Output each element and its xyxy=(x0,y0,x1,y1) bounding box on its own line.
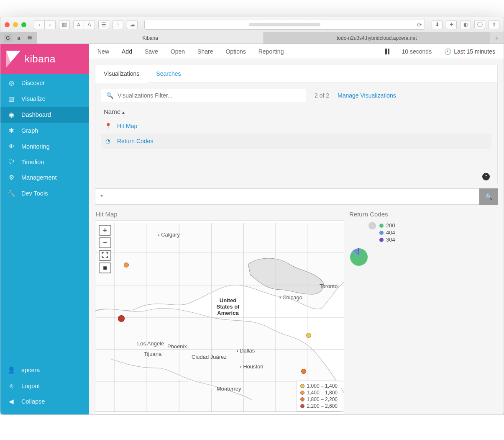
filter-count-label: 2 of 2 xyxy=(315,92,329,99)
map-zoom-in-button[interactable]: + xyxy=(99,225,111,236)
sidebar-item-label: Logout xyxy=(21,383,40,389)
browser-tab-todo[interactable]: todo-n2u3s4.hybridcloud.apcera.net xyxy=(264,32,491,44)
sidebar-item-discover[interactable]: ◎Discover xyxy=(0,75,89,91)
sidebar-item-label: Timelion xyxy=(21,159,44,165)
map-label-houston: • Houston xyxy=(240,363,264,370)
tab-label: todo-n2u3s4.hybridcloud.apcera.net xyxy=(337,35,417,41)
query-input[interactable] xyxy=(95,188,479,205)
map-fit-button[interactable]: ⛶ xyxy=(99,250,111,261)
sort-asc-icon: ▲ xyxy=(121,110,125,115)
map-label-calgary: • Calgary xyxy=(158,232,180,238)
nav-forward-button[interactable]: › xyxy=(45,20,56,29)
map-label-monterrey: Monterrey xyxy=(217,386,241,392)
sidebar-item-logout[interactable]: ⎋Logout xyxy=(0,378,89,394)
map-legend: 1,000 – 1,4001,400 – 1,8001,800 – 2,2002… xyxy=(297,381,341,412)
collapse-icon: ◀ xyxy=(7,398,15,405)
legend-expand-button[interactable]: › xyxy=(368,222,376,229)
sidebar-item-monitoring[interactable]: 👁Monitoring xyxy=(0,139,89,154)
kibana-logo-text: kibana xyxy=(25,53,56,65)
map-boxselect-button[interactable]: ■ xyxy=(99,262,111,273)
url-obscured xyxy=(249,23,320,26)
sidebar-toggle-button[interactable]: ▥ xyxy=(59,20,70,29)
subtab-searches[interactable]: Searches xyxy=(148,65,189,82)
menu-reporting[interactable]: Reporting xyxy=(258,48,284,55)
refresh-interval-label[interactable]: 10 seconds xyxy=(402,48,432,55)
logout-icon: ⎋ xyxy=(7,382,15,389)
returncodes-pie-chart[interactable] xyxy=(349,247,368,267)
sidebar-item-graph[interactable]: ✱Graph xyxy=(0,123,89,139)
dashboard-menubar: New Add Save Open Share Options Reportin… xyxy=(89,44,504,59)
query-submit-button[interactable]: 🔍 xyxy=(479,188,498,205)
menu-new[interactable]: New xyxy=(97,48,109,55)
tab-label: Kibana xyxy=(143,35,158,41)
collapse-panel-button[interactable]: ⌃ xyxy=(482,173,490,180)
hitmap-visualization[interactable]: + − ⛶ ■ xyxy=(95,220,344,414)
manage-visualizations-link[interactable]: Manage Visualizations xyxy=(338,92,396,99)
map-hotspot[interactable] xyxy=(124,262,129,268)
textsize-large-button[interactable]: A xyxy=(84,20,95,29)
map-hotspot[interactable] xyxy=(301,369,306,374)
browser-tab-kibana[interactable]: Kibana xyxy=(37,32,264,44)
viz-row-returncodes[interactable]: ◔Return Codes xyxy=(101,134,491,149)
map-label-toronto: Toronto xyxy=(320,283,338,289)
url-bar[interactable]: ⟳ xyxy=(144,20,425,30)
favorite-a[interactable]: a xyxy=(15,34,23,42)
home-button[interactable]: ⌂ xyxy=(113,20,123,29)
menu-save[interactable]: Save xyxy=(145,48,158,55)
visualizations-filter-input[interactable] xyxy=(118,92,301,99)
map-zoom-out-button[interactable]: − xyxy=(99,237,111,248)
returncodes-title: Return Codes xyxy=(348,209,498,220)
legend-range-label: 1,000 – 1,400 xyxy=(307,383,338,389)
legend-code-label: 200 xyxy=(386,222,395,229)
extension2-button[interactable]: ◐ xyxy=(460,20,471,29)
subtab-visualizations[interactable]: Visualizations xyxy=(95,65,148,83)
clock-icon: 🕘 xyxy=(444,48,451,55)
share-button[interactable]: ⇪ xyxy=(489,20,499,29)
sidebar-item-label: Discover xyxy=(21,80,45,86)
viz-row-label: Hit Map xyxy=(117,123,137,129)
sidebar-item-timelion[interactable]: 🛡Timelion xyxy=(0,154,89,170)
menu-add[interactable]: Add xyxy=(122,48,132,55)
minimize-window-icon[interactable] xyxy=(13,22,18,27)
nav-back-button[interactable]: ‹ xyxy=(34,20,45,29)
sidebar-item-user[interactable]: 👤apcera xyxy=(0,362,89,378)
new-tab-button[interactable]: ＋ xyxy=(490,32,504,44)
extension3-button[interactable]: ⓘ xyxy=(474,20,485,29)
favorite-g[interactable]: G xyxy=(4,34,12,42)
viz-row-hitmap[interactable]: 📍Hit Map xyxy=(101,118,491,134)
map-label-phoenix: Phoenix xyxy=(167,343,187,350)
favorite-mail[interactable]: ✉ xyxy=(26,34,34,42)
menu-options[interactable]: Options xyxy=(225,48,246,55)
table-header-name[interactable]: Name▲ xyxy=(101,102,491,118)
topsite-button[interactable]: ☰ xyxy=(98,20,109,29)
map-label-la: Los Angele xyxy=(137,340,164,347)
sidebar-item-devtools[interactable]: 🔧Dev Tools xyxy=(0,185,89,201)
extension1-button[interactable]: ✦ xyxy=(446,20,457,29)
textsize-small-button[interactable]: A xyxy=(73,20,84,29)
menu-open[interactable]: Open xyxy=(171,48,185,55)
maximize-window-icon[interactable] xyxy=(21,22,26,27)
pause-refresh-button[interactable] xyxy=(385,49,389,54)
visualizations-filter-box[interactable]: 🔍 xyxy=(101,89,306,102)
pin-icon: 📍 xyxy=(105,123,111,129)
sidebar-item-management[interactable]: ⚙Management xyxy=(0,170,89,185)
menu-share[interactable]: Share xyxy=(197,48,213,55)
sidebar-item-collapse[interactable]: ◀Collapse xyxy=(0,394,89,409)
download-button[interactable]: ⬇ xyxy=(432,20,443,29)
cloud-button[interactable]: ☁ xyxy=(127,20,138,29)
sidebar-item-dashboard[interactable]: ◉Dashboard xyxy=(0,107,89,123)
map-hotspot[interactable] xyxy=(118,315,125,322)
sidebar-item-visualize[interactable]: ▥Visualize xyxy=(0,91,89,107)
legend-dot-icon xyxy=(379,224,384,228)
sidebar-item-label: Dev Tools xyxy=(21,190,48,197)
reload-icon[interactable]: ⟳ xyxy=(417,21,422,28)
time-range-picker[interactable]: 🕘Last 15 minutes xyxy=(444,48,495,55)
barchart-icon: ▥ xyxy=(7,95,15,103)
table-header-label: Name xyxy=(104,108,120,115)
map-hotspot[interactable] xyxy=(306,333,311,338)
gear-icon: ⚙ xyxy=(7,174,15,181)
kibana-logo[interactable]: kibana xyxy=(0,44,89,74)
close-window-icon[interactable] xyxy=(5,22,10,27)
legend-dot-icon xyxy=(300,397,304,401)
sidebar-item-label: Management xyxy=(21,174,57,181)
